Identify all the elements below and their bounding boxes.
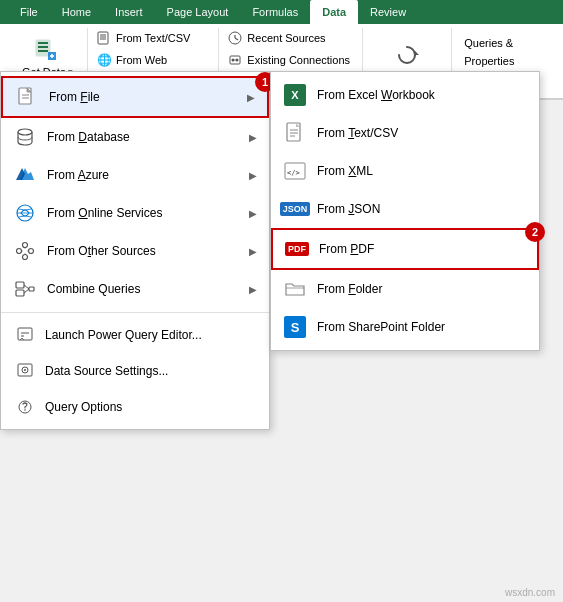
excel-workbook-icon: X	[283, 83, 307, 107]
pdf-icon-el: PDF	[285, 237, 309, 261]
data-source-label: Data Source Settings...	[45, 364, 168, 378]
sharepoint-icon: S	[283, 315, 307, 339]
svg-point-15	[232, 59, 235, 62]
menu-item-from-other[interactable]: From Other Sources ▶	[1, 232, 269, 270]
submenu-item-pdf[interactable]: PDF From PDF 2	[271, 228, 539, 270]
svg-line-36	[24, 289, 29, 293]
from-database-arrow: ▶	[249, 132, 257, 143]
refresh-icon	[391, 39, 423, 71]
tab-insert[interactable]: Insert	[103, 0, 155, 24]
query-options-item[interactable]: Query Options	[1, 389, 269, 425]
submenu-item-folder[interactable]: From Folder	[271, 270, 539, 308]
query-options-label: Query Options	[45, 400, 122, 414]
submenu-item-excel[interactable]: X From Excel Workbook	[271, 76, 539, 114]
combine-label: Combine Queries	[47, 282, 239, 296]
from-folder-label: From Folder	[317, 282, 382, 296]
text-csv-icon	[96, 30, 112, 46]
combine-icon	[13, 277, 37, 301]
tab-formulas[interactable]: Formulas	[240, 0, 310, 24]
from-text-csv-submenu-label: From Text/CSV	[317, 126, 398, 140]
from-other-arrow: ▶	[249, 246, 257, 257]
recent-sources-icon	[227, 30, 243, 46]
properties-label: Properties	[464, 55, 514, 67]
existing-connections-icon	[227, 52, 243, 68]
queries-connections-label: Queries &	[464, 37, 513, 49]
launch-editor-label: Launch Power Query Editor...	[45, 328, 202, 342]
svg-marker-18	[415, 51, 419, 55]
menu-item-combine[interactable]: Combine Queries ▶	[1, 270, 269, 308]
from-excel-label: From Excel Workbook	[317, 88, 435, 102]
svg-rect-4	[98, 32, 108, 44]
from-azure-icon	[13, 163, 37, 187]
from-text-csv-btn[interactable]: From Text/CSV	[92, 28, 210, 48]
recent-sources-btn[interactable]: Recent Sources	[223, 28, 354, 48]
from-database-label: From Database	[47, 130, 239, 144]
svg-rect-37	[29, 287, 34, 291]
svg-rect-2	[38, 46, 48, 48]
menu-item-from-azure[interactable]: From Azure ▶	[1, 156, 269, 194]
properties-btn[interactable]: Properties	[460, 53, 518, 69]
launch-editor-icon	[13, 323, 37, 347]
from-sharepoint-label: From SharePoint Folder	[317, 320, 445, 334]
svg-point-42	[24, 369, 26, 371]
svg-point-25	[17, 249, 22, 254]
svg-rect-33	[16, 282, 24, 288]
svg-line-35	[24, 285, 29, 289]
svg-point-27	[29, 249, 34, 254]
menu-divider	[1, 312, 269, 313]
tab-home[interactable]: Home	[50, 0, 103, 24]
from-azure-arrow: ▶	[249, 170, 257, 181]
from-xml-label: From XML	[317, 164, 373, 178]
tab-data[interactable]: Data	[310, 0, 358, 24]
svg-rect-1	[38, 42, 48, 44]
svg-rect-3	[38, 50, 48, 52]
menu-item-from-database[interactable]: From Database ▶	[1, 118, 269, 156]
submenu: X From Excel Workbook From Text/CSV	[270, 71, 540, 351]
submenu-text-csv-icon	[283, 121, 307, 145]
from-web-label: From Web	[116, 54, 167, 66]
from-azure-label: From Azure	[47, 168, 239, 182]
combine-arrow: ▶	[249, 284, 257, 295]
data-source-item[interactable]: Data Source Settings...	[1, 353, 269, 389]
query-options-icon	[13, 395, 37, 419]
from-online-arrow: ▶	[249, 208, 257, 219]
from-file-arrow: ▶	[247, 92, 255, 103]
from-pdf-label: From PDF	[319, 242, 374, 256]
submenu-item-text-csv[interactable]: From Text/CSV	[271, 114, 539, 152]
from-database-icon	[13, 125, 37, 149]
svg-point-44	[24, 409, 26, 411]
svg-rect-34	[16, 290, 24, 296]
tab-file[interactable]: File	[8, 0, 50, 24]
from-json-label: From JSON	[317, 202, 380, 216]
xml-icon: </>	[283, 159, 307, 183]
tab-review[interactable]: Review	[358, 0, 418, 24]
svg-rect-38	[18, 328, 32, 340]
svg-text:</>: </>	[287, 169, 300, 177]
from-other-icon	[13, 239, 37, 263]
launch-editor-item[interactable]: Launch Power Query Editor...	[1, 317, 269, 353]
from-text-csv-label: From Text/CSV	[116, 32, 190, 44]
menu-item-from-online[interactable]: From Online Services ▶	[1, 194, 269, 232]
from-file-icon	[15, 85, 39, 109]
folder-icon	[283, 277, 307, 301]
web-icon: 🌐	[96, 52, 112, 68]
submenu-item-json[interactable]: JSON From JSON	[271, 190, 539, 228]
recent-sources-label: Recent Sources	[247, 32, 325, 44]
data-source-icon	[13, 359, 37, 383]
get-data-icon	[32, 34, 64, 66]
svg-line-13	[235, 38, 238, 40]
from-other-label: From Other Sources	[47, 244, 239, 258]
submenu-item-sharepoint[interactable]: S From SharePoint Folder	[271, 308, 539, 346]
svg-point-26	[23, 243, 28, 248]
primary-menu: From File ▶ 1 From Database ▶	[0, 71, 270, 430]
queries-connections-btn[interactable]: Queries &	[460, 35, 518, 51]
menu-item-from-file[interactable]: From File ▶ 1	[1, 76, 269, 118]
tab-page-layout[interactable]: Page Layout	[155, 0, 241, 24]
submenu-item-xml[interactable]: </> From XML	[271, 152, 539, 190]
existing-connections-label: Existing Connections	[247, 54, 350, 66]
badge-2: 2	[525, 222, 545, 242]
from-web-btn[interactable]: 🌐 From Web	[92, 50, 210, 70]
svg-point-22	[18, 129, 32, 135]
existing-connections-btn[interactable]: Existing Connections	[223, 50, 354, 70]
svg-point-28	[23, 255, 28, 260]
